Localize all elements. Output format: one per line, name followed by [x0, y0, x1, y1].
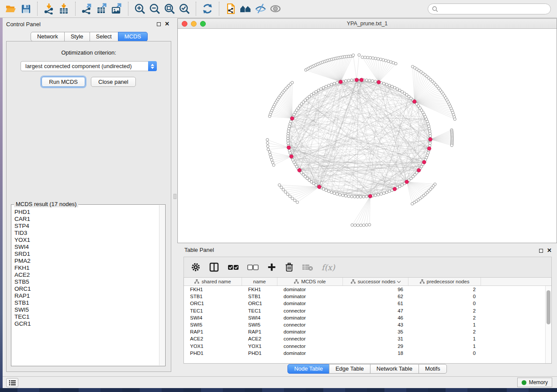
table-cell[interactable]: dominator	[277, 287, 343, 292]
table-cell[interactable]: 2	[408, 287, 481, 292]
mcds-result-item[interactable]: PMA2	[14, 258, 159, 265]
table-row[interactable]: TEC1TEC1connector472	[184, 307, 551, 314]
network-node[interactable]	[328, 84, 330, 87]
network-leaf-node[interactable]	[268, 151, 271, 153]
network-leaf-node[interactable]	[271, 161, 274, 164]
table-row[interactable]: FKH1FKH1dominator962	[184, 286, 551, 293]
network-node[interactable]	[356, 196, 359, 198]
network-node[interactable]	[388, 84, 391, 87]
table-cell[interactable]: ACE2	[242, 336, 277, 341]
network-leaf-node[interactable]	[269, 153, 271, 156]
network-node[interactable]	[330, 83, 333, 86]
table-scrollbar-thumb[interactable]	[547, 290, 550, 324]
mcds-network-node[interactable]	[339, 80, 343, 83]
mcds-result-item[interactable]: STB5	[14, 279, 159, 285]
table-cell[interactable]: 47	[343, 308, 408, 313]
mcds-result-item[interactable]: CAR1	[14, 216, 159, 223]
network-leaf-node[interactable]	[270, 156, 272, 158]
network-leaf-node[interactable]	[394, 62, 397, 65]
table-cell[interactable]: dominator	[277, 315, 343, 320]
network-from-selection-button[interactable]	[223, 2, 238, 16]
table-cell[interactable]: connector	[277, 336, 343, 341]
memory-button[interactable]: Memory	[517, 378, 552, 387]
network-node[interactable]	[374, 80, 377, 83]
run-mcds-button[interactable]: Run MCDS	[42, 77, 85, 87]
mcds-network-node[interactable]	[355, 78, 358, 82]
show-all-button[interactable]	[268, 2, 283, 16]
mcds-network-node[interactable]	[318, 185, 321, 189]
network-leaf-node[interactable]	[272, 164, 275, 166]
search-input[interactable]	[438, 6, 547, 13]
network-leaf-node[interactable]	[352, 54, 355, 56]
network-leaf-node[interactable]	[286, 193, 289, 196]
network-node[interactable]	[350, 79, 353, 82]
close-panel-icon[interactable]: ✕	[165, 20, 170, 28]
table-cell[interactable]: YOX1	[184, 344, 242, 349]
table-row[interactable]: ORC1ORC1dominator610	[184, 300, 551, 307]
network-node[interactable]	[385, 83, 388, 86]
network-leaf-node[interactable]	[369, 56, 372, 59]
mcds-result-item[interactable]: TEC1	[14, 313, 159, 320]
mcds-list-scrollbar[interactable]	[159, 205, 165, 365]
table-cell[interactable]: SWI5	[242, 322, 277, 327]
mcds-network-node[interactable]	[368, 194, 372, 198]
hide-selected-button[interactable]	[253, 2, 268, 16]
mcds-result-item[interactable]: SRD1	[14, 251, 159, 258]
mcds-result-item[interactable]: FKH1	[14, 265, 159, 272]
column-header-shared-name[interactable]: shared name	[184, 278, 242, 285]
network-graph[interactable]	[178, 29, 557, 243]
add-column-button[interactable]	[267, 262, 277, 272]
mcds-network-node[interactable]	[393, 187, 396, 191]
network-canvas[interactable]	[178, 29, 557, 243]
network-leaf-node[interactable]	[453, 118, 456, 120]
network-node[interactable]	[359, 196, 362, 198]
first-neighbors-button[interactable]	[238, 2, 253, 16]
tab-mcds[interactable]: MCDS	[118, 32, 148, 41]
network-node[interactable]	[377, 193, 380, 196]
network-leaf-node[interactable]	[267, 148, 270, 151]
table-cell[interactable]: TEC1	[184, 308, 242, 313]
network-leaf-node[interactable]	[266, 141, 269, 144]
table-cell[interactable]: PHD1	[242, 351, 277, 356]
network-node[interactable]	[383, 192, 385, 195]
criterion-dropdown[interactable]: largest connected component (undirected)	[21, 61, 157, 71]
mcds-result-item[interactable]: SWI5	[14, 306, 159, 313]
network-leaf-node[interactable]	[379, 58, 382, 61]
open-session-button[interactable]	[3, 2, 18, 16]
mcds-network-node[interactable]	[298, 168, 301, 172]
mcds-network-node[interactable]	[377, 80, 381, 84]
import-network-button[interactable]	[42, 2, 56, 16]
network-node[interactable]	[347, 79, 350, 82]
network-node[interactable]	[339, 193, 341, 196]
table-cell[interactable]: 0	[408, 301, 481, 306]
table-cell[interactable]: 2	[408, 308, 481, 313]
deselect-all-button[interactable]	[247, 263, 259, 271]
mcds-network-node[interactable]	[413, 100, 416, 103]
zoom-in-button[interactable]	[132, 2, 147, 16]
network-leaf-node[interactable]	[354, 224, 356, 227]
table-cell[interactable]: 18	[343, 351, 408, 356]
table-cell[interactable]: 0	[408, 351, 481, 356]
mcds-result-list[interactable]: PHD1CAR1STP4TID3YOX1SWI4SRD1PMA2FKH1ACE2…	[12, 206, 159, 365]
tab-network[interactable]: Network	[31, 32, 65, 41]
mcds-result-item[interactable]: SWI4	[14, 244, 159, 251]
search-field[interactable]	[428, 3, 551, 14]
network-leaf-node[interactable]	[368, 224, 371, 226]
network-leaf-node[interactable]	[364, 56, 367, 58]
show-columns-button[interactable]	[209, 262, 219, 272]
mcds-result-item[interactable]: GCR1	[14, 320, 159, 327]
network-leaf-node[interactable]	[374, 57, 377, 60]
network-node[interactable]	[365, 195, 368, 198]
table-cell[interactable]: 0	[408, 294, 481, 299]
network-leaf-node[interactable]	[358, 54, 360, 56]
network-node[interactable]	[380, 193, 382, 195]
column-header-successor-nodes[interactable]: successor nodes	[343, 278, 408, 285]
network-node[interactable]	[396, 88, 398, 90]
network-node[interactable]	[320, 88, 322, 90]
column-header-MCDS-role[interactable]: MCDS role	[277, 278, 343, 285]
network-node[interactable]	[383, 82, 385, 85]
network-leaf-node[interactable]	[296, 201, 299, 203]
tab-style[interactable]: Style	[64, 32, 90, 41]
table-row[interactable]: YOX1YOX1connector291	[184, 343, 551, 350]
network-node[interactable]	[391, 85, 393, 88]
